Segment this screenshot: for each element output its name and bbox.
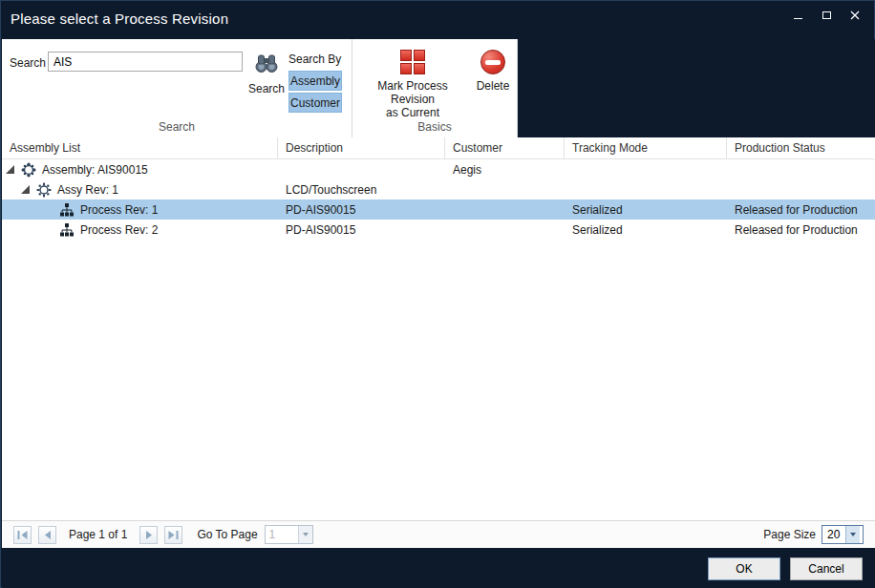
mark-current-label-line1: Mark Process Revision xyxy=(377,79,447,106)
last-page-icon xyxy=(168,531,179,539)
cell-customer: Aegis xyxy=(445,163,565,177)
go-to-page-label: Go To Page xyxy=(197,528,257,541)
mark-current-icon xyxy=(400,50,425,74)
search-by-customer-label: Customer xyxy=(290,96,340,110)
column-header-tracking-mode[interactable]: Tracking Mode xyxy=(565,137,727,158)
row-label: Process Rev: 1 xyxy=(80,203,158,217)
mark-current-button[interactable]: Mark Process Revision as Current xyxy=(354,50,471,119)
close-button[interactable] xyxy=(842,5,868,26)
basics-group-label: Basics xyxy=(352,120,517,134)
process-icon xyxy=(59,202,75,218)
delete-button[interactable]: Delete xyxy=(471,50,515,93)
first-page-icon xyxy=(17,531,28,539)
cell-description: PD-AIS90015 xyxy=(278,203,445,217)
column-header-description[interactable]: Description xyxy=(278,137,445,158)
page-indicator: Page 1 of 1 xyxy=(69,528,127,541)
maximize-button[interactable] xyxy=(813,5,840,26)
cell-tracking-mode: Serialized xyxy=(565,223,727,237)
delete-button-label: Delete xyxy=(477,79,510,93)
ribbon-group-basics: Mark Process Revision as Current Delete … xyxy=(352,39,518,137)
titlebar: Please select a Process Revision xyxy=(1,1,874,39)
search-by-assembly-label: Assembly xyxy=(290,74,340,88)
page-size-label: Page Size xyxy=(763,528,816,541)
page-size-dropdown-button[interactable] xyxy=(845,526,860,543)
process-revision-dialog: Please select a Process Revision Search xyxy=(0,0,875,588)
dialog-title: Please select a Process Revision xyxy=(1,1,228,27)
search-group-label: Search xyxy=(2,120,352,134)
go-to-page-combo[interactable] xyxy=(265,525,313,544)
grid-header-row: Assembly List Description Customer Track… xyxy=(2,137,875,159)
column-header-assembly-list[interactable]: Assembly List xyxy=(2,137,278,158)
assembly-grid: Assembly List Description Customer Track… xyxy=(2,137,875,520)
next-page-button[interactable] xyxy=(139,526,158,544)
search-button-label: Search xyxy=(248,82,285,95)
go-to-page-input[interactable] xyxy=(266,526,298,543)
expander-icon[interactable] xyxy=(6,165,14,174)
table-row-assy-rev[interactable]: Assy Rev: 1 LCD/Touchscreen xyxy=(2,179,875,200)
row-label: Assy Rev: 1 xyxy=(57,183,118,197)
search-input[interactable] xyxy=(48,52,243,72)
row-label: Assembly: AIS90015 xyxy=(42,163,148,177)
chevron-down-icon xyxy=(303,533,309,536)
cell-description: PD-AIS90015 xyxy=(278,223,445,237)
first-page-button[interactable] xyxy=(13,526,32,544)
row-label: Process Rev: 2 xyxy=(80,223,158,237)
cell-description: LCD/Touchscreen xyxy=(278,183,445,197)
pager-bar: Page 1 of 1 Go To Page Page Size 20 xyxy=(2,520,875,548)
ribbon-panel: Search Search xyxy=(2,39,518,137)
process-icon xyxy=(59,222,75,238)
mark-current-label-line2: as Current xyxy=(386,106,439,119)
page-size-select[interactable]: 20 xyxy=(822,525,864,544)
table-row-assembly[interactable]: Assembly: AIS90015 Aegis xyxy=(2,159,875,179)
search-by-label: Search By xyxy=(288,52,344,66)
ok-button[interactable]: OK xyxy=(708,557,780,580)
maximize-icon xyxy=(822,11,831,19)
next-page-icon xyxy=(145,531,153,539)
delete-icon xyxy=(480,50,505,74)
table-row-process-rev-1[interactable]: Process Rev: 1 PD-AIS90015 Serialized Re… xyxy=(2,200,875,220)
search-by-group: Search By Assembly Customer xyxy=(288,52,344,115)
assy-rev-icon xyxy=(36,182,52,198)
dialog-footer: OK Cancel xyxy=(2,548,875,588)
expander-icon[interactable] xyxy=(21,185,30,194)
cancel-button[interactable]: Cancel xyxy=(790,557,863,580)
table-row-process-rev-2[interactable]: Process Rev: 2 PD-AIS90015 Serialized Re… xyxy=(2,220,875,240)
chevron-down-icon xyxy=(850,533,856,536)
last-page-button[interactable] xyxy=(164,526,182,544)
search-by-assembly-toggle[interactable]: Assembly xyxy=(288,71,342,91)
binoculars-icon xyxy=(253,50,280,76)
page-size-value: 20 xyxy=(822,526,845,543)
search-field-label: Search xyxy=(10,56,46,70)
column-header-production-status[interactable]: Production Status xyxy=(727,137,875,158)
cell-production-status: Released for Production xyxy=(727,223,875,237)
window-controls xyxy=(784,1,874,26)
search-by-customer-toggle[interactable]: Customer xyxy=(288,93,342,113)
cell-production-status: Released for Production xyxy=(727,203,875,217)
search-button[interactable]: Search xyxy=(246,50,287,95)
go-to-page-dropdown-button[interactable] xyxy=(298,526,312,543)
previous-page-button[interactable] xyxy=(38,526,56,544)
cell-tracking-mode: Serialized xyxy=(565,203,727,217)
column-header-customer[interactable]: Customer xyxy=(445,137,565,158)
minimize-icon xyxy=(794,18,802,19)
assembly-icon xyxy=(21,162,36,178)
close-icon xyxy=(850,10,860,20)
minimize-button[interactable] xyxy=(784,5,811,26)
previous-page-icon xyxy=(44,531,52,539)
ribbon: Search Search xyxy=(2,39,875,137)
ribbon-group-search: Search Search xyxy=(2,39,352,137)
